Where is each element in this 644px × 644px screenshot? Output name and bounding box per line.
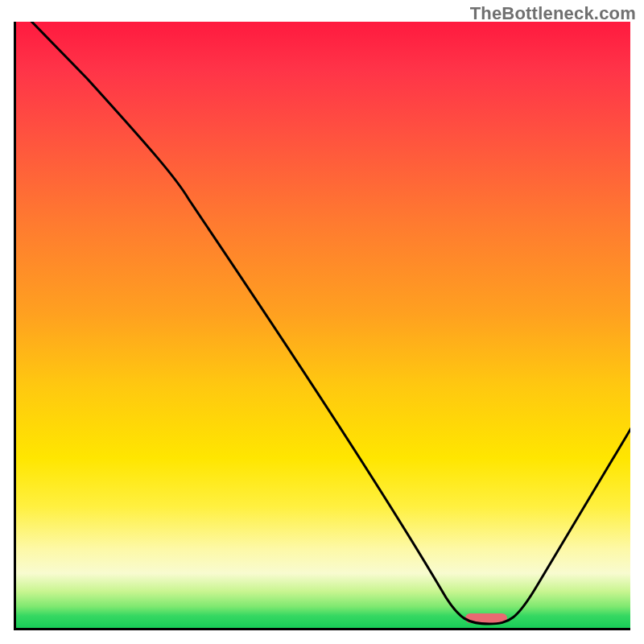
- bottleneck-curve: [16, 22, 630, 628]
- chart-frame: TheBottleneck.com: [0, 0, 644, 644]
- watermark-text: TheBottleneck.com: [470, 3, 636, 24]
- curve-path: [16, 22, 630, 624]
- plot-area: [14, 22, 630, 630]
